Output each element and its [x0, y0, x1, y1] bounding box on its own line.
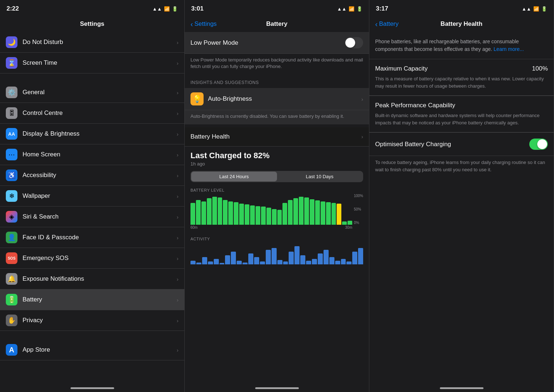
activity-bar — [294, 246, 300, 264]
bh-nav-title: Battery Health — [441, 20, 482, 28]
last-charged-section: Last Charged to 82% 1h ago — [185, 147, 369, 168]
battery-bar — [288, 200, 293, 225]
optimised-row[interactable]: Optimised Battery Charging — [369, 133, 554, 156]
settings-item-privacy[interactable]: ✋ Privacy › — [0, 310, 184, 331]
time-btn-10d[interactable]: Last 10 Days — [277, 172, 363, 181]
bh-intro-section: Phone batteries, like all rechargeable b… — [369, 32, 554, 59]
battery-panel: 3:01 ▲▲ 📶 🔋 ‹ Settings Battery Low Power… — [185, 0, 369, 392]
settings-nav: Settings — [0, 16, 184, 32]
settings-item-control-centre[interactable]: 🎛 Control Centre › — [0, 103, 184, 124]
optimised-desc: To reduce battery ageing, iPhone learns … — [369, 156, 554, 179]
bh-intro-text: Phone batteries, like all rechargeable b… — [375, 38, 548, 53]
low-power-row[interactable]: Low Power Mode — [185, 32, 369, 54]
auto-brightness-icon: 💡 — [190, 92, 204, 105]
max-capacity-value: 100% — [532, 65, 548, 72]
battery-bar — [304, 197, 309, 225]
learn-more-link[interactable]: Learn more... — [494, 46, 524, 52]
activity-bar — [231, 252, 236, 264]
settings-item-app-store[interactable]: A App Store › — [0, 340, 184, 360]
battery-health-panel: 3:17 ▲▲ 📶 🔋 ‹ Battery Battery Health Pho… — [369, 0, 554, 392]
chevron-icon: › — [177, 347, 178, 353]
last-charged-sub: 1h ago — [190, 161, 363, 167]
battery-health-label: Battery Health — [190, 133, 230, 140]
settings-item-face-id[interactable]: 👤 Face ID & Passcode › — [0, 227, 184, 248]
battery-health-row[interactable]: Battery Health › — [185, 127, 369, 147]
display-brightness-label: Display & Brightness — [23, 130, 177, 137]
privacy-label: Privacy — [23, 317, 177, 324]
home-bar-3 — [440, 387, 483, 389]
activity-bar — [237, 261, 242, 264]
chevron-icon: › — [177, 255, 178, 261]
insights-header: INSIGHTS AND SUGGESTIONS — [185, 74, 369, 88]
battery-bar — [234, 202, 238, 224]
settings-item-wallpaper[interactable]: ❄ Wallpaper › — [0, 186, 184, 207]
chevron-icon: › — [177, 193, 178, 199]
home-screen-icon: ⋯ — [6, 149, 17, 160]
bh-nav: ‹ Battery Battery Health — [369, 16, 554, 32]
activity-chart — [185, 243, 369, 264]
time-btn-24h[interactable]: Last 24 Hours — [191, 172, 277, 181]
display-brightness-icon: AA — [6, 128, 17, 140]
home-indicator-2 — [185, 380, 369, 392]
activity-bar — [341, 259, 346, 264]
chevron-icon: › — [177, 152, 178, 158]
signal-icon-2: ▲▲ — [337, 6, 346, 12]
auto-brightness-desc: Auto-Brightness is currently disabled. Y… — [185, 110, 369, 124]
battery-nav-title: Battery — [266, 20, 288, 28]
low-power-toggle[interactable] — [345, 37, 363, 48]
battery-bar — [207, 198, 212, 224]
ab-chevron: › — [361, 96, 363, 102]
activity-bar — [202, 257, 207, 264]
auto-brightness-label: Auto-Brightness — [208, 95, 361, 103]
settings-panel: 2:22 ▲▲ 📶 🔋 Settings 🌙 Do Not Disturb › … — [0, 0, 185, 392]
back-button-1[interactable]: ‹ Settings — [190, 20, 217, 28]
activity-bar — [324, 250, 329, 264]
battery-bar — [332, 203, 336, 225]
battery-bar — [261, 207, 266, 224]
wallpaper-icon: ❄ — [6, 190, 17, 202]
chevron-icon: › — [177, 297, 178, 303]
low-power-desc: Low Power Mode temporarily reduces backg… — [185, 54, 369, 74]
activity-bar — [266, 250, 271, 264]
chevron-icon: › — [177, 317, 178, 324]
activity-bar — [254, 257, 259, 264]
time-selector: Last 24 Hours Last 10 Days — [190, 171, 363, 182]
settings-item-home-screen[interactable]: ⋯ Home Screen › — [0, 144, 184, 165]
toggle-thumb — [345, 38, 355, 48]
emergency-sos-icon: SOS — [6, 252, 17, 264]
battery-bar — [266, 208, 271, 225]
battery-nav: ‹ Settings Battery — [185, 16, 369, 32]
back-button-2[interactable]: ‹ Battery — [375, 20, 399, 28]
auto-brightness-row[interactable]: 💡 Auto-Brightness › — [185, 88, 369, 110]
activity-bar — [272, 248, 277, 264]
activity-bar — [352, 252, 357, 264]
settings-item-exposure[interactable]: 🔔 Exposure Notifications › — [0, 269, 184, 289]
settings-item-do-not-disturb[interactable]: 🌙 Do Not Disturb › — [0, 32, 184, 53]
do-not-disturb-icon: 🌙 — [6, 36, 17, 48]
activity-bar — [346, 261, 352, 264]
activity-bar — [220, 263, 225, 264]
activity-bar — [329, 257, 334, 264]
settings-item-emergency-sos[interactable]: SOS Emergency SOS › — [0, 248, 184, 269]
battery-label: Battery — [23, 296, 177, 303]
chevron-icon: › — [177, 235, 178, 241]
battery-bar — [310, 199, 314, 225]
control-centre-icon: 🎛 — [6, 107, 17, 119]
battery-bar — [190, 203, 195, 225]
settings-item-siri-search[interactable]: ◈ Siri & Search › — [0, 207, 184, 227]
chevron-icon: › — [177, 39, 178, 45]
chevron-icon: › — [177, 89, 178, 96]
settings-item-screen-time[interactable]: ⌛ Screen Time › — [0, 53, 184, 73]
optimised-toggle[interactable] — [529, 139, 548, 150]
status-bar-1: 2:22 ▲▲ 📶 🔋 — [0, 0, 184, 16]
back-chevron-2: ‹ — [375, 20, 378, 28]
battery-bar — [245, 204, 249, 224]
settings-item-accessibility[interactable]: ♿ Accessibility › — [0, 165, 184, 186]
optimised-toggle-thumb — [537, 139, 547, 149]
status-bar-3: 3:17 ▲▲ 📶 🔋 — [369, 0, 554, 16]
settings-item-battery[interactable]: 🔋 Battery › — [0, 289, 184, 310]
battery-status-icon: 🔋 — [172, 6, 178, 12]
settings-item-display-brightness[interactable]: AA Display & Brightness › — [0, 124, 184, 144]
settings-item-general[interactable]: ⚙️ General › — [0, 82, 184, 103]
battery-bar — [321, 201, 325, 225]
